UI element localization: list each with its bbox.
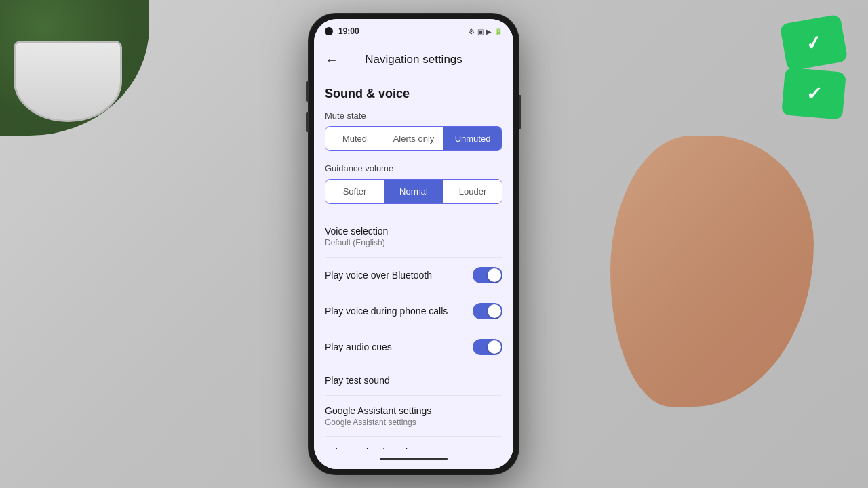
sticker-1: ✓ bbox=[780, 14, 848, 71]
voice-selection-label: Voice selection bbox=[325, 226, 388, 237]
status-bar-left: 19:00 bbox=[325, 26, 359, 36]
play-audio-cues-row: Play audio cues bbox=[325, 329, 502, 365]
volume-up-button[interactable] bbox=[306, 81, 309, 102]
mute-state-unmuted[interactable]: Unmuted bbox=[443, 127, 502, 150]
play-voice-bluetooth-toggle[interactable] bbox=[473, 267, 502, 283]
ok-google-row[interactable]: "Ok Google" detection Hands-free voice c… bbox=[325, 437, 502, 449]
play-test-sound-label: Play test sound bbox=[325, 375, 502, 386]
guidance-normal[interactable]: Normal bbox=[384, 180, 443, 203]
home-bar[interactable] bbox=[380, 458, 448, 460]
sticker-2: ✓ bbox=[781, 67, 846, 120]
voice-selection-value: Default (English) bbox=[325, 238, 388, 247]
phone-device: 19:00 ⚙ ▣ ▶ 🔋 ← Navigation settings Soun… bbox=[309, 14, 519, 474]
guidance-volume-group: Softer Normal Louder bbox=[325, 179, 502, 204]
play-audio-cues-toggle[interactable] bbox=[473, 339, 502, 355]
status-time: 19:00 bbox=[338, 26, 359, 36]
status-icons: ⚙ ▣ ▶ 🔋 bbox=[469, 28, 502, 35]
battery-icon: 🔋 bbox=[494, 28, 502, 35]
phone-screen: 19:00 ⚙ ▣ ▶ 🔋 ← Navigation settings Soun… bbox=[314, 19, 513, 469]
play-voice-bluetooth-row: Play voice over Bluetooth bbox=[325, 258, 502, 293]
toggle-knob bbox=[488, 268, 501, 282]
mute-state-label: Mute state bbox=[325, 110, 502, 121]
guidance-softer[interactable]: Softer bbox=[326, 180, 384, 203]
home-indicator bbox=[314, 449, 513, 469]
phone-wrapper: 19:00 ⚙ ▣ ▶ 🔋 ← Navigation settings Soun… bbox=[309, 14, 519, 474]
bowl-decoration bbox=[14, 41, 122, 122]
play-voice-calls-toggle[interactable] bbox=[473, 303, 502, 319]
section-title-sound-voice: Sound & voice bbox=[325, 87, 502, 101]
google-assistant-text: Google Assistant settings Google Assista… bbox=[325, 405, 431, 427]
play-voice-calls-label: Play voice during phone calls bbox=[325, 306, 473, 317]
mute-state-muted[interactable]: Muted bbox=[326, 127, 384, 150]
google-assistant-label: Google Assistant settings bbox=[325, 405, 431, 416]
power-button[interactable] bbox=[519, 95, 521, 129]
status-bar: 19:00 ⚙ ▣ ▶ 🔋 bbox=[314, 19, 513, 43]
volume-down-button[interactable] bbox=[306, 112, 309, 132]
play-audio-cues-label: Play audio cues bbox=[325, 342, 473, 352]
sim-icon: ▣ bbox=[477, 28, 484, 35]
toggle-knob-2 bbox=[488, 304, 501, 318]
mute-state-alerts-only[interactable]: Alerts only bbox=[384, 127, 443, 150]
mute-state-group: Muted Alerts only Unmuted bbox=[325, 126, 502, 151]
voice-selection-row[interactable]: Voice selection Default (English) bbox=[325, 216, 502, 258]
play-voice-bluetooth-label: Play voice over Bluetooth bbox=[325, 270, 473, 281]
play-voice-calls-row: Play voice during phone calls bbox=[325, 293, 502, 329]
google-assistant-row[interactable]: Google Assistant settings Google Assista… bbox=[325, 396, 502, 437]
content-area: Sound & voice Mute state Muted Alerts on… bbox=[314, 76, 513, 449]
play-test-sound-row[interactable]: Play test sound bbox=[325, 365, 502, 396]
guidance-volume-label: Guidance volume bbox=[325, 163, 502, 174]
nav-header: ← Navigation settings bbox=[314, 43, 513, 76]
page-title: Navigation settings bbox=[347, 53, 481, 66]
guidance-louder[interactable]: Louder bbox=[443, 180, 502, 203]
voice-selection-text: Voice selection Default (English) bbox=[325, 226, 388, 247]
camera-dot bbox=[325, 27, 333, 35]
back-button[interactable]: ← bbox=[325, 52, 338, 68]
settings-icon: ⚙ bbox=[469, 28, 475, 35]
wifi-icon: ▶ bbox=[486, 28, 492, 35]
toggle-knob-3 bbox=[488, 340, 501, 354]
sticker-decoration: ✓ ✓ bbox=[760, 0, 868, 136]
google-assistant-sub: Google Assistant settings bbox=[325, 418, 431, 427]
